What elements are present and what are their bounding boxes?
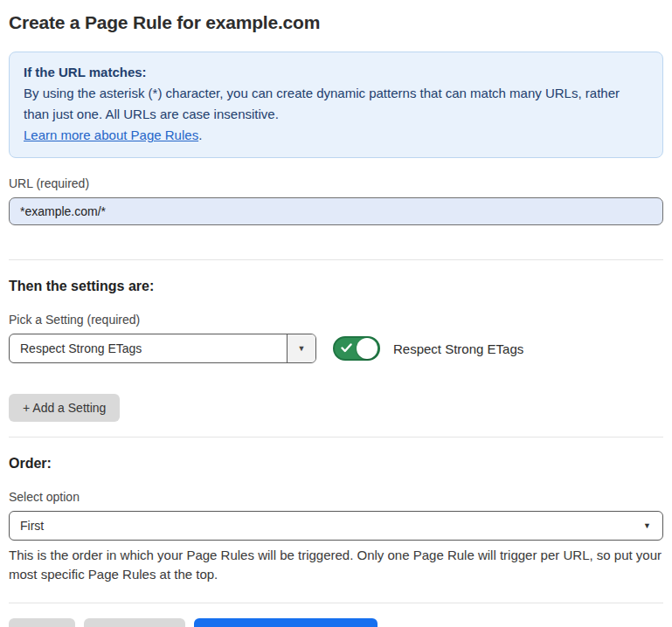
order-help-text: This is the order in which your Page Rul… [9, 546, 663, 584]
settings-section-heading: Then the settings are: [9, 279, 663, 294]
divider [9, 603, 663, 603]
order-select-value: First [10, 512, 643, 540]
setting-select[interactable]: Respect Strong ETags ▼ [9, 334, 316, 363]
toggle-label: Respect Strong ETags [393, 341, 523, 356]
chevron-down-icon: ▼ [643, 512, 662, 540]
setting-select-value: Respect Strong ETags [10, 334, 287, 362]
divider [9, 437, 663, 438]
toggle-knob [357, 338, 378, 359]
setting-toggle[interactable] [333, 336, 380, 361]
setting-row: Respect Strong ETags ▼ Respect Strong ET… [9, 334, 663, 363]
learn-more-link[interactable]: Learn more about Page Rules [24, 127, 198, 142]
cancel-button[interactable]: Cancel [9, 618, 75, 627]
link-period: . [198, 127, 202, 142]
info-box-link-line: Learn more about Page Rules. [24, 125, 648, 146]
chevron-down-icon[interactable]: ▼ [287, 334, 315, 362]
save-as-draft-button[interactable]: Save as Draft [84, 618, 186, 627]
add-setting-button[interactable]: + Add a Setting [9, 394, 120, 422]
create-page-rule-form: Create a Page Rule for example.com If th… [0, 0, 672, 627]
url-input[interactable] [9, 197, 663, 225]
select-option-label: Select option [9, 490, 663, 504]
info-box-heading: If the URL matches: [24, 62, 648, 83]
info-box-body: By using the asterisk (*) character, you… [24, 83, 648, 125]
footer-actions: Cancel Save as Draft Save and Deploy Pag… [9, 618, 663, 627]
check-icon [341, 343, 352, 353]
page-title: Create a Page Rule for example.com [9, 12, 663, 33]
order-section-heading: Order: [9, 456, 663, 472]
url-label: URL (required) [9, 176, 663, 190]
divider [9, 259, 663, 260]
pick-setting-label: Pick a Setting (required) [9, 313, 663, 327]
url-match-info-box: If the URL matches: By using the asteris… [9, 52, 663, 158]
save-and-deploy-button[interactable]: Save and Deploy Page Rule [194, 618, 378, 627]
order-select[interactable]: First ▼ [9, 511, 663, 541]
